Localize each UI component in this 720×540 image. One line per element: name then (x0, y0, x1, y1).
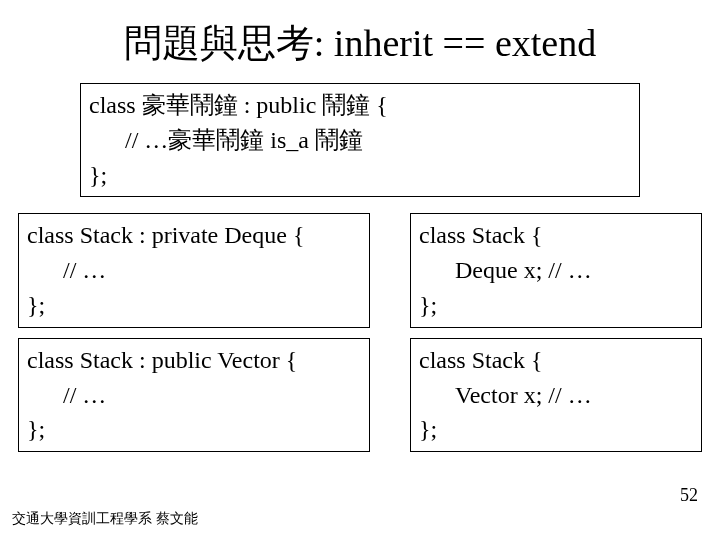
code-box-vector-member: class Stack { Vector x; // … }; (410, 338, 702, 452)
code-box-public-vector: class Stack : public Vector { // … }; (18, 338, 370, 452)
code-line: // … (27, 253, 361, 288)
code-line: class Stack { (419, 218, 693, 253)
code-line: }; (419, 288, 693, 323)
code-line: // …豪華鬧鐘 is_a 鬧鐘 (89, 123, 631, 158)
code-row: class Stack : private Deque { // … }; cl… (0, 213, 720, 452)
code-line: class 豪華鬧鐘 : public 鬧鐘 { (89, 88, 631, 123)
footer-text: 交通大學資訓工程學系 蔡文能 (12, 510, 198, 528)
code-line: }; (419, 412, 693, 447)
code-box-private-deque: class Stack : private Deque { // … }; (18, 213, 370, 327)
left-column: class Stack : private Deque { // … }; cl… (18, 213, 370, 452)
code-line: Deque x; // … (419, 253, 693, 288)
code-line: }; (27, 288, 361, 323)
code-box-inherit-example: class 豪華鬧鐘 : public 鬧鐘 { // …豪華鬧鐘 is_a 鬧… (80, 83, 640, 197)
code-line: Vector x; // … (419, 378, 693, 413)
code-line: }; (27, 412, 361, 447)
code-line: }; (89, 158, 631, 193)
code-line: // … (27, 378, 361, 413)
slide-title: 問題與思考: inherit == extend (0, 0, 720, 83)
page-number: 52 (680, 485, 698, 506)
code-line: class Stack { (419, 343, 693, 378)
right-column: class Stack { Deque x; // … }; class Sta… (410, 213, 702, 452)
code-line: class Stack : public Vector { (27, 343, 361, 378)
code-box-deque-member: class Stack { Deque x; // … }; (410, 213, 702, 327)
code-line: class Stack : private Deque { (27, 218, 361, 253)
